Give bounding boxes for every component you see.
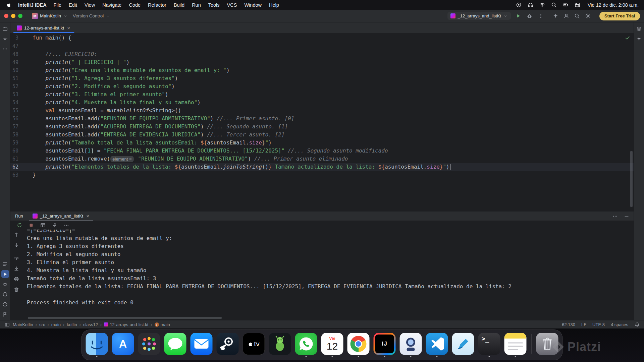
line-number[interactable]: 53: [10, 90, 18, 99]
code-line[interactable]: 56 asuntosEmail.add("REUNION DE EQUIPO A…: [10, 115, 634, 123]
menubar-clock[interactable]: Vie 12 de dic. 2:08 a.m.: [588, 2, 639, 8]
line-number[interactable]: 54: [10, 99, 18, 107]
dock-game-mascot[interactable]: [269, 333, 291, 357]
code-line[interactable]: 63}: [10, 171, 634, 179]
dock-whatsapp[interactable]: [295, 333, 317, 357]
code-text[interactable]: }: [18, 171, 36, 179]
commit-icon[interactable]: [1, 35, 9, 43]
code-line[interactable]: 52 println("2. Modifica el segundo asunt…: [10, 82, 634, 90]
code-text[interactable]: println("1. Agrega 3 asuntos diferentes"…: [18, 74, 178, 82]
code-line[interactable]: 53 println("3. Elimina el primer asunto"…: [10, 90, 634, 99]
notifications-bell-icon[interactable]: [634, 322, 640, 327]
code-with-me-icon[interactable]: [562, 12, 571, 20]
menu-navigate[interactable]: Navigate: [99, 2, 125, 8]
code-line[interactable]: 50 println("Crea una lista mutable de as…: [10, 66, 634, 74]
code-line[interactable]: 61 asuntosEmail.remove(element = "REUNIO…: [10, 155, 634, 163]
arrow-up-icon[interactable]: [13, 231, 20, 238]
line-number[interactable]: 3: [10, 34, 18, 42]
menu-run[interactable]: Run: [188, 2, 205, 8]
line-number[interactable]: 50: [10, 66, 18, 74]
dock-design-app[interactable]: [452, 333, 474, 357]
toolwindow-toggle-icon[interactable]: [4, 321, 10, 327]
debug-icon[interactable]: [1, 280, 9, 288]
line-number[interactable]: 55: [10, 107, 18, 115]
services-icon[interactable]: [1, 290, 9, 298]
menu-help[interactable]: Help: [265, 2, 283, 8]
wifi-icon[interactable]: [539, 2, 545, 8]
arrow-down-icon[interactable]: [13, 241, 20, 249]
breadcrumb-item[interactable]: src: [39, 322, 45, 327]
line-number[interactable]: 62: [10, 163, 18, 171]
spotlight-icon[interactable]: [551, 2, 557, 8]
close-run-tab-icon[interactable]: ×: [86, 213, 90, 219]
build-tool-icon[interactable]: [635, 25, 643, 33]
code-text[interactable]: val asuntosEmail = mutableListOf<String>…: [18, 107, 181, 115]
rerun-icon[interactable]: [16, 222, 23, 229]
settings-icon[interactable]: [584, 12, 592, 20]
breadcrumb-item[interactable]: main: [51, 322, 61, 327]
code-text[interactable]: println("2. Modifica el segundo asunto"): [18, 82, 175, 90]
close-tab-icon[interactable]: ×: [66, 25, 71, 31]
project-widget[interactable]: M MainKotlin: [29, 12, 70, 20]
run-button[interactable]: [514, 12, 522, 20]
caret-position[interactable]: 62:130: [562, 322, 575, 327]
file-encoding[interactable]: UTF-8: [592, 322, 605, 327]
dock-mail[interactable]: [191, 333, 213, 357]
ai-assistant-icon[interactable]: [635, 35, 643, 43]
dock-notes[interactable]: [504, 333, 527, 357]
menu-vcs[interactable]: VCS: [223, 2, 241, 8]
code-editor[interactable]: 3fun main() { 4748 //... EJERCICIO:49 pr…: [10, 34, 634, 211]
code-line[interactable]: 51 println("1. Agrega 3 asuntos diferent…: [10, 74, 634, 82]
code-line[interactable]: 48 //... EJERCICIO:: [10, 50, 634, 58]
battery-icon[interactable]: [563, 2, 569, 8]
dock-astronaut-app[interactable]: [400, 333, 422, 357]
breadcrumb-item[interactable]: ƒmain: [155, 322, 170, 327]
code-text[interactable]: asuntosEmail.add("REUNION DE EQUIPO ADMI…: [18, 115, 294, 123]
menu-refactor[interactable]: Refactor: [144, 2, 170, 8]
headphones-icon[interactable]: [528, 2, 534, 8]
code-line[interactable]: 3fun main() {: [10, 34, 634, 42]
menu-window[interactable]: Window: [240, 2, 265, 8]
ai-assistant-icon[interactable]: [552, 12, 560, 20]
run-tab[interactable]: _12_arrays_and_listKt ×: [29, 212, 93, 221]
code-line[interactable]: 55 val asuntosEmail = mutableListOf<Stri…: [10, 107, 634, 115]
code-line[interactable]: 60 asuntosEmail[1] = "FECHA FINAL PARA E…: [10, 147, 634, 155]
code-text[interactable]: fun main() {: [18, 34, 71, 42]
dock-steam[interactable]: [217, 333, 239, 357]
dock-chrome[interactable]: [347, 333, 370, 357]
more-actions-icon[interactable]: [537, 12, 545, 20]
run-console[interactable]: =|=EJERCICIO=|=Crea una lista mutable de…: [22, 230, 634, 320]
line-number[interactable]: 51: [10, 74, 18, 82]
dock-calendar[interactable]: Vie12: [321, 333, 343, 357]
editor-vertical-scrollbar[interactable]: [630, 151, 633, 207]
breadcrumb-item[interactable]: 12-arrays-and-list.kt: [104, 322, 148, 327]
breadcrumb-item[interactable]: kotlin: [67, 322, 77, 327]
line-number[interactable]: 47: [10, 42, 18, 50]
line-number[interactable]: 57: [10, 123, 18, 131]
code-text[interactable]: asuntosEmail.add("ACUERDO ENTREGA DE DOC…: [18, 123, 288, 131]
start-free-trial-button[interactable]: Start Free Trial: [599, 12, 640, 20]
project-folder-icon[interactable]: [1, 25, 9, 33]
structure-icon[interactable]: [1, 260, 9, 268]
search-everywhere-icon[interactable]: [573, 12, 581, 20]
menu-file[interactable]: File: [50, 2, 65, 8]
menu-edit[interactable]: Edit: [65, 2, 81, 8]
code-text[interactable]: println("Tamaño total de la lista asunto…: [18, 139, 272, 147]
code-text[interactable]: asuntosEmail.add("ENTREGA DE EVIDENCIA J…: [18, 131, 284, 139]
bookmarks-icon[interactable]: [1, 310, 9, 318]
line-number[interactable]: 59: [10, 139, 18, 147]
code-line[interactable]: 62 println("Elementos totales de la list…: [10, 163, 634, 171]
code-text[interactable]: println("4. Muestra la lista final y su …: [18, 99, 201, 107]
line-number[interactable]: 60: [10, 147, 18, 155]
run-icon[interactable]: [1, 270, 9, 278]
minimize-window-button[interactable]: [11, 14, 15, 18]
dock-launchpad[interactable]: [138, 333, 160, 357]
softwrap-icon[interactable]: [13, 255, 20, 262]
debug-button[interactable]: [526, 12, 534, 20]
dock-app-store[interactable]: A: [112, 333, 134, 357]
line-number[interactable]: 58: [10, 131, 18, 139]
line-number[interactable]: 49: [10, 58, 18, 66]
menubar-app-name[interactable]: IntelliJ IDEA: [15, 2, 50, 8]
more-icon[interactable]: [63, 222, 70, 229]
dock-terminal[interactable]: >_: [478, 333, 500, 357]
